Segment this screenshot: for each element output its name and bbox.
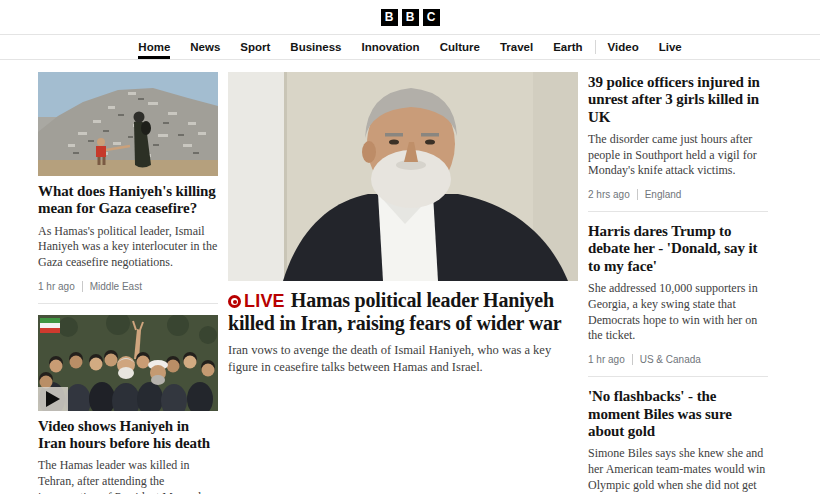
bbc-logo[interactable]: B B C <box>381 9 440 26</box>
gaza-rubble-image[interactable] <box>38 72 218 176</box>
story-timestamp: 1 hr ago <box>588 354 625 365</box>
site-header: B B C <box>0 0 820 34</box>
meta-separator <box>632 354 633 365</box>
nav-item-live[interactable]: Live <box>649 35 692 59</box>
main-story-column: LIVEHamas political leader Haniyeh kille… <box>228 72 578 494</box>
nav-item-video[interactable]: Video <box>598 35 649 59</box>
primary-nav: Home News Sport Business Innovation Cult… <box>0 34 820 60</box>
main-headline[interactable]: LIVEHamas political leader Haniyeh kille… <box>228 289 578 335</box>
nav-item-travel[interactable]: Travel <box>490 35 543 59</box>
story-summary: Simone Biles says she knew she and her A… <box>588 446 768 494</box>
story-summary: The disorder came just hours after peopl… <box>588 132 768 179</box>
content-grid: What does Haniyeh's killing mean for Gaz… <box>38 72 768 494</box>
right-column: 39 police officers injured in unrest aft… <box>588 72 768 494</box>
meta-separator <box>637 189 638 200</box>
story-section-tag[interactable]: US & Canada <box>640 354 701 365</box>
story-meta: 1 hr ago US & Canada <box>588 354 768 365</box>
haniyeh-portrait-image[interactable] <box>228 72 578 281</box>
nav-item-news[interactable]: News <box>180 35 230 59</box>
story-meta: 2 hrs ago England <box>588 189 768 200</box>
story-haniyeh-video: Video shows Haniyeh in Iran hours before… <box>38 315 218 494</box>
nav-item-sport[interactable]: Sport <box>230 35 280 59</box>
story-headline[interactable]: Video shows Haniyeh in Iran hours before… <box>38 418 218 453</box>
story-section-tag[interactable]: Middle East <box>90 281 142 292</box>
logo-letter-c: C <box>423 9 440 26</box>
story-headline[interactable]: 'No flashbacks' - the moment Biles was s… <box>588 388 768 440</box>
story-headline[interactable]: Harris dares Trump to debate her - 'Dona… <box>588 223 768 275</box>
nav-item-culture[interactable]: Culture <box>430 35 490 59</box>
story-divider <box>588 376 768 377</box>
story-gaza-ceasefire: What does Haniyeh's killing mean for Gaz… <box>38 72 218 292</box>
story-southport-unrest: 39 police officers injured in unrest aft… <box>588 74 768 200</box>
logo-letter-b2: B <box>402 9 419 26</box>
live-record-icon <box>228 295 241 308</box>
nav-item-business[interactable]: Business <box>280 35 351 59</box>
story-summary: The Hamas leader was killed in Tehran, a… <box>38 458 218 494</box>
nav-item-earth[interactable]: Earth <box>543 35 592 59</box>
nav-item-innovation[interactable]: Innovation <box>352 35 430 59</box>
story-divider <box>38 303 218 304</box>
live-badge: LIVE <box>228 289 291 311</box>
story-divider <box>588 211 768 212</box>
story-summary: She addressed 10,000 supporters in Georg… <box>588 281 768 344</box>
logo-letter-b1: B <box>381 9 398 26</box>
story-timestamp: 1 hr ago <box>38 281 75 292</box>
story-harris-trump: Harris dares Trump to debate her - 'Dona… <box>588 223 768 365</box>
nav-divider <box>595 40 596 54</box>
story-biles-gold: 'No flashbacks' - the moment Biles was s… <box>588 388 768 494</box>
story-section-tag[interactable]: England <box>645 189 682 200</box>
story-timestamp: 2 hrs ago <box>588 189 630 200</box>
story-meta: 1 hr ago Middle East <box>38 281 218 292</box>
haniyeh-crowd-video-thumbnail[interactable] <box>38 315 218 411</box>
story-headline[interactable]: 39 police officers injured in unrest aft… <box>588 74 768 126</box>
live-label: LIVE <box>244 291 285 311</box>
nav-item-home[interactable]: Home <box>128 35 180 59</box>
story-headline[interactable]: What does Haniyeh's killing mean for Gaz… <box>38 183 218 218</box>
story-summary: As Hamas's political leader, Ismail Hani… <box>38 224 218 271</box>
main-story-summary: Iran vows to avenge the death of Ismail … <box>228 342 578 376</box>
left-column: What does Haniyeh's killing mean for Gaz… <box>38 72 218 494</box>
meta-separator <box>82 281 83 292</box>
